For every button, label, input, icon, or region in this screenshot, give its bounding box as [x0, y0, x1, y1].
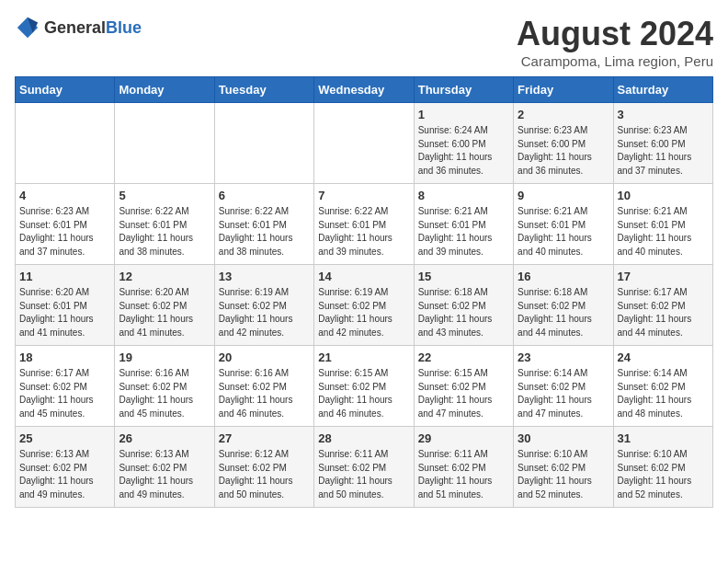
day-number: 11: [19, 270, 110, 283]
header-thursday: Thursday: [414, 77, 513, 103]
table-row: 23Sunrise: 6:14 AMSunset: 6:02 PMDayligh…: [514, 346, 613, 427]
table-row: [214, 103, 313, 184]
day-number: 14: [318, 270, 409, 283]
day-info: Sunrise: 6:11 AMSunset: 6:02 PMDaylight:…: [418, 448, 509, 501]
calendar-table: Sunday Monday Tuesday Wednesday Thursday…: [15, 76, 713, 508]
table-row: 21Sunrise: 6:15 AMSunset: 6:02 PMDayligh…: [314, 346, 414, 427]
table-row: 30Sunrise: 6:10 AMSunset: 6:02 PMDayligh…: [514, 427, 613, 508]
month-year-title: August 2024: [517, 15, 713, 53]
day-info: Sunrise: 6:14 AMSunset: 6:02 PMDaylight:…: [518, 367, 609, 420]
table-row: 26Sunrise: 6:13 AMSunset: 6:02 PMDayligh…: [115, 427, 214, 508]
table-row: 4Sunrise: 6:23 AMSunset: 6:01 PMDaylight…: [16, 184, 115, 265]
table-row: 3Sunrise: 6:23 AMSunset: 6:00 PMDaylight…: [613, 103, 712, 184]
day-info: Sunrise: 6:16 AMSunset: 6:02 PMDaylight:…: [219, 367, 310, 420]
day-number: 28: [318, 431, 409, 445]
table-row: 27Sunrise: 6:12 AMSunset: 6:02 PMDayligh…: [214, 427, 313, 508]
table-row: 13Sunrise: 6:19 AMSunset: 6:02 PMDayligh…: [214, 265, 313, 346]
day-info: Sunrise: 6:15 AMSunset: 6:02 PMDaylight:…: [318, 367, 409, 420]
day-number: 23: [518, 350, 609, 364]
table-row: 17Sunrise: 6:17 AMSunset: 6:02 PMDayligh…: [613, 265, 712, 346]
day-number: 27: [219, 431, 310, 445]
day-info: Sunrise: 6:10 AMSunset: 6:02 PMDaylight:…: [618, 448, 709, 501]
day-number: 19: [119, 350, 210, 364]
calendar-week-row: 4Sunrise: 6:23 AMSunset: 6:01 PMDaylight…: [16, 184, 713, 265]
header-saturday: Saturday: [613, 77, 712, 103]
day-info: Sunrise: 6:19 AMSunset: 6:02 PMDaylight:…: [219, 286, 310, 339]
day-number: 15: [418, 270, 509, 283]
day-number: 24: [618, 350, 709, 364]
day-number: 18: [19, 350, 110, 364]
table-row: 16Sunrise: 6:18 AMSunset: 6:02 PMDayligh…: [514, 265, 613, 346]
day-info: Sunrise: 6:17 AMSunset: 6:02 PMDaylight:…: [618, 286, 709, 339]
day-number: 1: [418, 108, 509, 121]
table-row: 31Sunrise: 6:10 AMSunset: 6:02 PMDayligh…: [613, 427, 712, 508]
day-info: Sunrise: 6:14 AMSunset: 6:02 PMDaylight:…: [618, 367, 709, 420]
day-info: Sunrise: 6:12 AMSunset: 6:02 PMDaylight:…: [219, 448, 310, 501]
table-row: 29Sunrise: 6:11 AMSunset: 6:02 PMDayligh…: [414, 427, 513, 508]
day-number: 20: [219, 350, 310, 364]
table-row: 2Sunrise: 6:23 AMSunset: 6:00 PMDaylight…: [514, 103, 613, 184]
header-friday: Friday: [514, 77, 613, 103]
day-info: Sunrise: 6:13 AMSunset: 6:02 PMDaylight:…: [119, 448, 210, 501]
day-number: 26: [119, 431, 210, 445]
day-info: Sunrise: 6:23 AMSunset: 6:01 PMDaylight:…: [19, 205, 110, 259]
day-number: 8: [418, 189, 509, 202]
day-info: Sunrise: 6:19 AMSunset: 6:02 PMDaylight:…: [318, 286, 409, 339]
day-info: Sunrise: 6:22 AMSunset: 6:01 PMDaylight:…: [318, 205, 409, 259]
day-info: Sunrise: 6:20 AMSunset: 6:02 PMDaylight:…: [119, 286, 210, 339]
logo-icon: [15, 15, 40, 40]
day-number: 5: [119, 189, 210, 202]
day-number: 16: [518, 270, 609, 283]
calendar-week-row: 25Sunrise: 6:13 AMSunset: 6:02 PMDayligh…: [16, 427, 713, 508]
table-row: 11Sunrise: 6:20 AMSunset: 6:01 PMDayligh…: [16, 265, 115, 346]
page-header: GeneralBlue August 2024 Carampoma, Lima …: [15, 15, 713, 69]
logo-text: GeneralBlue: [44, 18, 142, 38]
table-row: 20Sunrise: 6:16 AMSunset: 6:02 PMDayligh…: [214, 346, 313, 427]
day-number: 4: [19, 189, 110, 202]
day-info: Sunrise: 6:21 AMSunset: 6:01 PMDaylight:…: [618, 205, 709, 259]
table-row: 8Sunrise: 6:21 AMSunset: 6:01 PMDaylight…: [414, 184, 513, 265]
logo: GeneralBlue: [15, 15, 142, 40]
day-info: Sunrise: 6:18 AMSunset: 6:02 PMDaylight:…: [418, 286, 509, 339]
day-number: 31: [618, 431, 709, 445]
calendar-header-row: Sunday Monday Tuesday Wednesday Thursday…: [16, 77, 713, 103]
day-number: 2: [518, 108, 609, 121]
table-row: 12Sunrise: 6:20 AMSunset: 6:02 PMDayligh…: [115, 265, 214, 346]
table-row: 9Sunrise: 6:21 AMSunset: 6:01 PMDaylight…: [514, 184, 613, 265]
table-row: [115, 103, 214, 184]
table-row: 14Sunrise: 6:19 AMSunset: 6:02 PMDayligh…: [314, 265, 414, 346]
day-info: Sunrise: 6:21 AMSunset: 6:01 PMDaylight:…: [518, 205, 609, 259]
day-info: Sunrise: 6:13 AMSunset: 6:02 PMDaylight:…: [19, 448, 110, 501]
day-number: 9: [518, 189, 609, 202]
table-row: 22Sunrise: 6:15 AMSunset: 6:02 PMDayligh…: [414, 346, 513, 427]
day-info: Sunrise: 6:22 AMSunset: 6:01 PMDaylight:…: [219, 205, 310, 259]
day-number: 17: [618, 270, 709, 283]
table-row: 25Sunrise: 6:13 AMSunset: 6:02 PMDayligh…: [16, 427, 115, 508]
calendar-week-row: 11Sunrise: 6:20 AMSunset: 6:01 PMDayligh…: [16, 265, 713, 346]
header-sunday: Sunday: [16, 77, 115, 103]
table-row: 1Sunrise: 6:24 AMSunset: 6:00 PMDaylight…: [414, 103, 513, 184]
table-row: 5Sunrise: 6:22 AMSunset: 6:01 PMDaylight…: [115, 184, 214, 265]
day-number: 25: [19, 431, 110, 445]
day-info: Sunrise: 6:24 AMSunset: 6:00 PMDaylight:…: [418, 124, 509, 178]
day-info: Sunrise: 6:20 AMSunset: 6:01 PMDaylight:…: [19, 286, 110, 339]
header-tuesday: Tuesday: [214, 77, 313, 103]
day-info: Sunrise: 6:10 AMSunset: 6:02 PMDaylight:…: [518, 448, 609, 501]
location-subtitle: Carampoma, Lima region, Peru: [517, 53, 713, 69]
day-number: 12: [119, 270, 210, 283]
table-row: [314, 103, 414, 184]
header-monday: Monday: [115, 77, 214, 103]
table-row: [16, 103, 115, 184]
day-number: 30: [518, 431, 609, 445]
day-number: 7: [318, 189, 409, 202]
header-wednesday: Wednesday: [314, 77, 414, 103]
day-info: Sunrise: 6:23 AMSunset: 6:00 PMDaylight:…: [618, 124, 709, 178]
day-number: 21: [318, 350, 409, 364]
day-number: 13: [219, 270, 310, 283]
calendar-week-row: 18Sunrise: 6:17 AMSunset: 6:02 PMDayligh…: [16, 346, 713, 427]
day-info: Sunrise: 6:17 AMSunset: 6:02 PMDaylight:…: [19, 367, 110, 420]
day-number: 22: [418, 350, 509, 364]
day-info: Sunrise: 6:15 AMSunset: 6:02 PMDaylight:…: [418, 367, 509, 420]
day-number: 6: [219, 189, 310, 202]
day-number: 29: [418, 431, 509, 445]
